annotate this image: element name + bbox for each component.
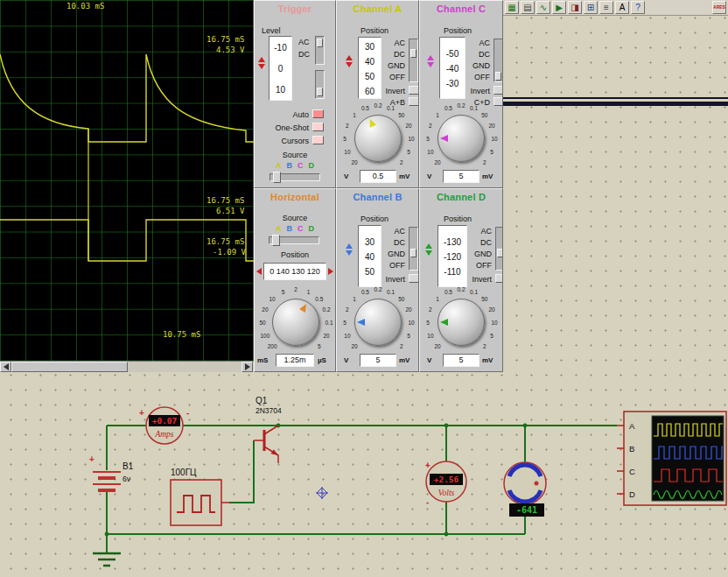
component-grid-icon[interactable]: ⊞ bbox=[584, 1, 598, 14]
position-down-arrow[interactable] bbox=[425, 250, 432, 256]
channel-a-position-arrows[interactable] bbox=[346, 55, 353, 67]
source-a[interactable]: A bbox=[276, 161, 282, 170]
cursors-button[interactable] bbox=[312, 136, 324, 144]
position-up-arrow[interactable] bbox=[346, 243, 353, 249]
knob-scale-label: 20 bbox=[435, 158, 441, 165]
waveform-glyph: ∿ bbox=[540, 4, 547, 12]
position-down-arrow[interactable] bbox=[346, 62, 353, 67]
position-up-arrow[interactable] bbox=[427, 55, 434, 60]
channel-a-gain-knob[interactable] bbox=[354, 115, 402, 162]
coupling-gnd-label: GND bbox=[382, 61, 405, 70]
measurement-label: 10.75 mS bbox=[163, 330, 200, 339]
trigger-slope-switch[interactable] bbox=[315, 70, 325, 99]
knob-pointer bbox=[357, 319, 365, 326]
coupling-dc-label: DC bbox=[469, 238, 492, 247]
level-up-arrow[interactable] bbox=[258, 57, 265, 62]
coupling-gnd-label: GND bbox=[467, 61, 490, 70]
channel-b-coupling-switch[interactable] bbox=[409, 227, 418, 271]
timebase-knob[interactable] bbox=[272, 299, 319, 346]
ammeter[interactable]: +0.07 Amps + - bbox=[139, 407, 189, 444]
ground-symbol[interactable] bbox=[93, 553, 121, 566]
position-down-arrow[interactable] bbox=[346, 250, 353, 256]
template-icon[interactable]: ▦ bbox=[505, 1, 519, 14]
scope-pin-a: A bbox=[629, 421, 635, 431]
millivolts-unit-label: mV bbox=[399, 172, 410, 180]
volts-unit-label: V bbox=[427, 172, 431, 180]
source-b[interactable]: B bbox=[287, 161, 293, 170]
source-c[interactable]: C bbox=[298, 161, 304, 170]
voltmeter[interactable]: +2.56 Volts + - bbox=[425, 461, 466, 507]
channel-c-invert-button[interactable] bbox=[494, 86, 503, 95]
position-down-arrow[interactable] bbox=[427, 62, 434, 67]
position-label: Position bbox=[360, 215, 388, 223]
ammeter-plus: + bbox=[139, 408, 144, 418]
horizontal-source-slider[interactable] bbox=[269, 236, 319, 244]
trigger-coupling-switch[interactable] bbox=[315, 36, 325, 65]
source-b[interactable]: B bbox=[287, 224, 293, 233]
scrollbar-thumb[interactable] bbox=[11, 362, 128, 372]
level-down-arrow[interactable] bbox=[258, 64, 265, 69]
ares-icon[interactable]: ARES bbox=[712, 1, 726, 14]
source-a[interactable]: A bbox=[276, 224, 282, 233]
schematic-canvas[interactable]: + B1 6v +0.07 Amps + - Q1 2N3704 100ГЦ bbox=[0, 372, 728, 577]
transistor-q1[interactable]: Q1 2N3704 bbox=[254, 396, 282, 463]
knob-scale-label: 50 bbox=[481, 296, 487, 302]
coupling-off-label: OFF bbox=[382, 261, 405, 270]
channel-b-position-arrows[interactable] bbox=[346, 243, 353, 256]
channel-b-gain-knob[interactable] bbox=[354, 299, 402, 346]
trigger-source-slider[interactable] bbox=[270, 173, 320, 181]
horizontal-source-letters[interactable]: ABCD bbox=[255, 224, 335, 233]
oscilloscope-block[interactable]: A B C D bbox=[617, 412, 726, 505]
channel-d-position-arrows[interactable] bbox=[425, 243, 432, 256]
horizontal-position-display[interactable]: 0 140 130 120 bbox=[263, 263, 326, 280]
probe-icon[interactable]: ◨ bbox=[568, 1, 582, 14]
motor[interactable]: -641 bbox=[504, 462, 546, 517]
coupling-off-label: OFF bbox=[467, 73, 490, 81]
channel-a-invert-button[interactable] bbox=[409, 86, 419, 95]
one-shot-label: One-Shot bbox=[267, 123, 309, 132]
battery[interactable]: + B1 6v bbox=[89, 454, 134, 490]
channel-c-position-arrows[interactable] bbox=[427, 55, 434, 67]
simulate-icon[interactable]: ▶ bbox=[552, 1, 566, 14]
channel-c-gain-knob[interactable] bbox=[438, 115, 485, 162]
auto-label: Auto bbox=[274, 110, 309, 119]
position-up-arrow[interactable] bbox=[425, 243, 432, 249]
source-c[interactable]: C bbox=[298, 224, 304, 233]
position-up-arrow[interactable] bbox=[346, 55, 353, 60]
scroll-left-button[interactable] bbox=[0, 362, 11, 372]
source-d[interactable]: D bbox=[309, 224, 315, 233]
trigger-level-display[interactable]: -10 0 10 bbox=[269, 36, 292, 101]
coupling-ac-label: AC bbox=[467, 39, 490, 47]
pulse-source[interactable]: 100ГЦ bbox=[171, 468, 229, 525]
channel-a-coupling-switch[interactable] bbox=[409, 39, 418, 82]
position-label: Position bbox=[255, 250, 335, 259]
list-icon[interactable]: ≡ bbox=[599, 1, 613, 14]
knob-scale-label: 5 bbox=[490, 332, 494, 338]
source-d[interactable]: D bbox=[309, 161, 315, 170]
position-right-arrow[interactable] bbox=[328, 268, 333, 275]
trigger-level-arrows[interactable] bbox=[258, 57, 265, 69]
display-scrollbar[interactable] bbox=[0, 361, 254, 372]
channel-b-invert-button[interactable] bbox=[409, 274, 419, 283]
channel-c-coupling-switch[interactable] bbox=[494, 39, 503, 82]
channel-d-invert-button[interactable] bbox=[495, 274, 503, 283]
auto-button[interactable] bbox=[312, 109, 324, 118]
help-icon[interactable]: ? bbox=[631, 1, 645, 14]
trigger-source-letters[interactable]: ABCD bbox=[255, 161, 335, 170]
invert-label: Invert bbox=[460, 87, 490, 95]
scroll-right-button[interactable] bbox=[242, 362, 253, 372]
knob-scale-label: 5 bbox=[343, 136, 346, 142]
knob-scale-label: 5 bbox=[407, 148, 410, 154]
waveform-icon[interactable]: ∿ bbox=[536, 1, 550, 14]
knob-scale-label: 50 bbox=[481, 112, 487, 118]
sheet-icon[interactable]: ▤ bbox=[521, 1, 535, 14]
battery-value: 6v bbox=[122, 475, 131, 483]
text-icon[interactable]: A bbox=[615, 1, 629, 14]
channel-d-coupling-switch[interactable] bbox=[495, 227, 503, 271]
template-glyph: ▦ bbox=[508, 4, 515, 12]
one-shot-button[interactable] bbox=[312, 123, 324, 131]
channel-d-gain-knob[interactable] bbox=[438, 299, 485, 346]
knob-scale-label: 20 bbox=[405, 306, 411, 313]
channel-d-gain-value: 5 bbox=[443, 354, 480, 367]
position-left-arrow[interactable] bbox=[256, 268, 262, 275]
